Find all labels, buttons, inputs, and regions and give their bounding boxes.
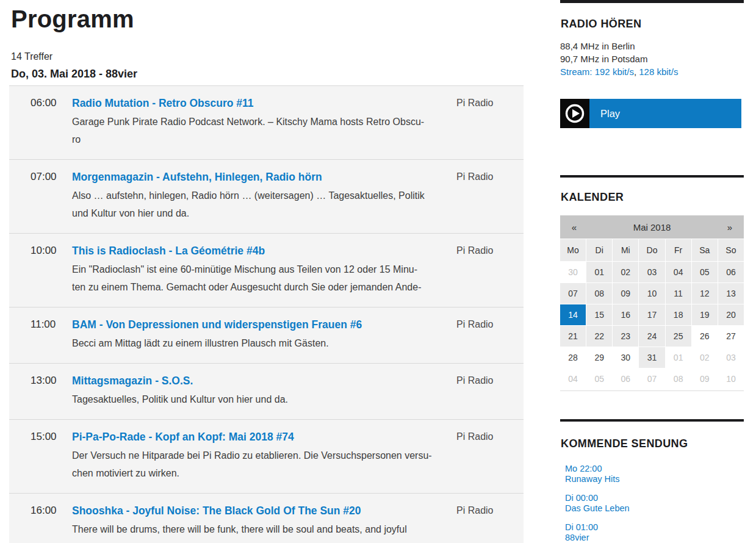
calendar-day[interactable]: 21: [560, 326, 586, 347]
calendar-day[interactable]: 20: [718, 304, 744, 325]
calendar-day: 26: [692, 326, 718, 347]
stream-192-link[interactable]: Stream: 192 kbit/s: [560, 67, 634, 77]
calendar-weekday: Mo: [560, 239, 586, 261]
program-info: This is Radioclash - La Géométrie #4b Ei…: [72, 243, 456, 296]
calendar-day[interactable]: 05: [692, 262, 718, 282]
calendar-day[interactable]: 02: [613, 262, 638, 282]
play-label: Play: [600, 108, 620, 120]
upcoming-show-link[interactable]: Di 01:00 88vier: [565, 522, 744, 543]
program-description: Becci am Mittag lädt zu einem illustren …: [72, 334, 450, 352]
program-title-link[interactable]: Morgenmagazin - Aufstehn, Hinlegen, Radi…: [72, 170, 322, 184]
station-label: Pi Radio: [456, 96, 524, 148]
play-label-box: Play: [589, 99, 741, 128]
program-title-link[interactable]: Shooshka - Joyful Noise: The Black Gold …: [72, 503, 361, 518]
play-circle-icon: [560, 99, 589, 128]
calendar-weekday: So: [718, 239, 744, 261]
calendar-day[interactable]: 25: [666, 326, 691, 347]
calendar-header: « Mai 2018 »: [560, 215, 744, 239]
program-description: Der Versuch ne Hitparade bei Pi Radio zu…: [72, 447, 450, 482]
calendar-weekday: Fr: [666, 239, 691, 261]
calendar-day[interactable]: 01: [586, 262, 612, 282]
calendar-month-label: Mai 2018: [588, 222, 716, 232]
calendar-weekday: Sa: [692, 239, 718, 261]
calendar-day: 27: [718, 326, 744, 347]
calendar-day[interactable]: 17: [639, 304, 664, 325]
calendar-day: 03: [718, 347, 744, 368]
calendar-weekday: Do: [639, 239, 664, 261]
calendar-day[interactable]: 15: [586, 304, 612, 325]
calendar-week-row: 28293031010203: [560, 347, 744, 368]
calendar-day[interactable]: 19: [692, 304, 718, 325]
program-description: Garage Punk Pirate Radio Podcast Network…: [72, 113, 450, 148]
calendar-day[interactable]: 31: [639, 347, 664, 368]
program-row: 06:00 Radio Mutation - Retro Obscuro #11…: [9, 85, 524, 159]
stream-128-link[interactable]: 128 kbit/s: [639, 67, 678, 77]
calendar-day: 07: [639, 369, 664, 389]
program-time: 06:00: [9, 96, 72, 148]
program-title-link[interactable]: Mittagsmagazin - S.O.S.: [72, 373, 193, 388]
upcoming-show-link[interactable]: Di 00:00 Das Gute Leben: [565, 493, 744, 514]
calendar-day: 09: [692, 369, 718, 389]
program-title-link[interactable]: Pi-Pa-Po-Rade - Kopf an Kopf: Mai 2018 #…: [72, 430, 294, 444]
play-button[interactable]: Play: [560, 99, 741, 128]
program-title-link[interactable]: This is Radioclash - La Géométrie #4b: [72, 243, 265, 258]
frequency-berlin: 88,4 MHz in Berlin: [560, 40, 744, 52]
calendar-week-row: 14151617181920: [560, 304, 744, 325]
section-divider: [560, 175, 744, 178]
upcoming-show-title: Runaway Hits: [565, 474, 744, 484]
calendar-day[interactable]: 06: [718, 262, 744, 282]
calendar-day[interactable]: 12: [692, 283, 718, 304]
program-description: Ein "Radioclash" ist eine 60-minütige Mi…: [72, 261, 450, 296]
program-info: BAM - Von Depressionen und widerspenstig…: [72, 317, 456, 352]
upcoming-show-title: 88vier: [565, 533, 744, 543]
calendar-day[interactable]: 11: [666, 283, 691, 304]
page: Programm 14 Treffer Do, 03. Mai 2018 - 8…: [0, 0, 756, 543]
calendar-next-button[interactable]: »: [716, 222, 744, 232]
program-time: 15:00: [9, 430, 72, 482]
calendar-week-row: 21222324252627: [560, 326, 744, 347]
calendar-day[interactable]: 13: [718, 283, 744, 304]
program-row: 16:00 Shooshka - Joyful Noise: The Black…: [9, 493, 524, 543]
calendar-week-row: 04050607080910: [560, 369, 744, 389]
calendar-day: 02: [692, 347, 718, 368]
radio-hoeren-heading: RADIO HÖREN: [561, 18, 744, 31]
calendar-day[interactable]: 09: [613, 283, 638, 304]
calendar-day[interactable]: 22: [586, 326, 612, 347]
calendar-day: 10: [718, 369, 744, 389]
program-row: 15:00 Pi-Pa-Po-Rade - Kopf an Kopf: Mai …: [9, 419, 524, 493]
calendar-day[interactable]: 16: [613, 304, 638, 325]
calendar-day: 28: [560, 347, 586, 368]
station-label: Pi Radio: [456, 243, 524, 296]
calendar-widget: « Mai 2018 » MoDiMiDoFrSaSo 300102030405…: [560, 215, 744, 391]
calendar-day[interactable]: 10: [639, 283, 664, 304]
calendar-day: 06: [613, 369, 638, 389]
program-title-link[interactable]: Radio Mutation - Retro Obscuro #11: [72, 96, 254, 110]
upcoming-show-link[interactable]: Mo 22:00 Runaway Hits: [565, 464, 744, 484]
upcoming-show-time: Mo 22:00: [565, 464, 744, 474]
calendar-day: 01: [666, 347, 691, 368]
calendar-week-row: 30010203040506: [560, 262, 744, 282]
calendar-days: 3001020304050607080910111213141516171819…: [560, 262, 744, 391]
program-description: Tagesaktuelles, Politik und Kultur von h…: [72, 390, 450, 408]
calendar-day[interactable]: 14: [560, 304, 586, 325]
sidebar: RADIO HÖREN 88,4 MHz in Berlin 90,7 MHz …: [560, 0, 744, 543]
calendar-day[interactable]: 18: [666, 304, 691, 325]
calendar-day[interactable]: 03: [639, 262, 664, 282]
program-title-link[interactable]: BAM - Von Depressionen und widerspenstig…: [72, 317, 362, 332]
station-label: Pi Radio: [456, 170, 524, 222]
calendar-prev-button[interactable]: «: [560, 222, 588, 232]
calendar-day[interactable]: 24: [639, 326, 664, 347]
calendar-day[interactable]: 23: [613, 326, 638, 347]
calendar-day[interactable]: 08: [586, 283, 612, 304]
program-info: Mittagsmagazin - S.O.S. Tagesaktuelles, …: [72, 373, 456, 408]
upcoming-list: Mo 22:00 Runaway Hits Di 00:00 Das Gute …: [560, 464, 744, 543]
program-list: 06:00 Radio Mutation - Retro Obscuro #11…: [9, 85, 524, 543]
program-row: 07:00 Morgenmagazin - Aufstehn, Hinlegen…: [9, 159, 524, 233]
calendar-day[interactable]: 04: [666, 262, 691, 282]
calendar-day: 29: [586, 347, 612, 368]
calendar-day: 08: [666, 369, 691, 389]
calendar-day[interactable]: 07: [560, 283, 586, 304]
program-main: Programm 14 Treffer Do, 03. Mai 2018 - 8…: [9, 0, 524, 543]
stream-links: Stream: 192 kbit/s, 128 kbit/s: [560, 65, 744, 78]
program-time: 07:00: [9, 170, 72, 222]
